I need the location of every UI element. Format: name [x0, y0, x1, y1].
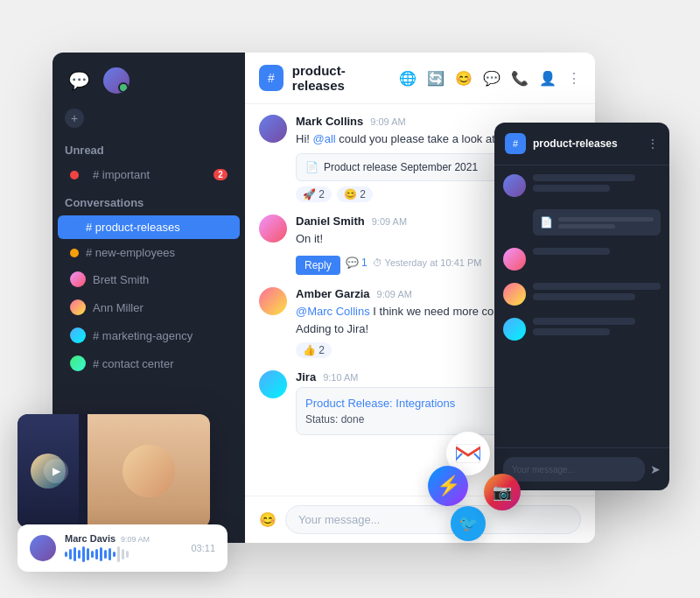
wave-bar	[117, 546, 120, 562]
sidebar-item-brett-smith[interactable]: Brett Smith	[58, 266, 240, 292]
twitter-icon[interactable]: 🐦	[451, 506, 486, 541]
mention: @all	[313, 132, 336, 145]
brett-smith-avatar	[70, 271, 86, 287]
mini-attachment-lines	[558, 217, 654, 229]
reaction-thumbs-up[interactable]: 👍 2	[296, 342, 332, 358]
chat-icon: 💬	[65, 67, 93, 95]
amber-avatar	[259, 287, 287, 315]
important-channel-item[interactable]: # important 2	[58, 163, 240, 186]
wave-bar	[87, 548, 89, 560]
wave-bar	[69, 549, 72, 559]
mini-channel-icon: #	[505, 133, 526, 154]
attachment-name: Product release September 2021	[324, 161, 478, 173]
wave-bar	[78, 550, 80, 559]
mini-message	[503, 248, 661, 271]
video-background: ▶	[18, 414, 210, 528]
mini-window-header: # product-releases ⋮	[494, 123, 669, 165]
chat-bubble-icon[interactable]: 💬	[483, 70, 500, 87]
sidebar-item-marketing-agency[interactable]: # marketing-agency	[58, 322, 240, 348]
contact-center-label: # contact center	[93, 357, 174, 370]
wave-bar	[91, 551, 94, 558]
play-button[interactable]: ▶	[44, 459, 68, 483]
more-icon[interactable]: ⋮	[567, 70, 581, 87]
conversations-section-label: Conversations	[52, 187, 245, 215]
person-add-icon[interactable]: 👤	[539, 70, 556, 87]
audio-sender-avatar	[30, 535, 56, 561]
mini-avatar-1	[503, 174, 526, 197]
input-emoji-icon[interactable]: 😊	[259, 511, 276, 528]
message-author: Daniel Smith	[296, 215, 365, 228]
mini-send-icon[interactable]: ➤	[650, 462, 661, 476]
audio-duration: 03:11	[191, 543, 215, 553]
mini-avatar-4	[503, 318, 526, 341]
svg-rect-0	[456, 444, 480, 463]
globe-icon[interactable]: 🌐	[399, 70, 416, 87]
mini-message	[503, 318, 661, 341]
brett-smith-label: Brett Smith	[93, 273, 149, 286]
marketing-agency-label: # marketing-agency	[93, 329, 192, 342]
mini-line	[533, 293, 635, 300]
instagram-icon[interactable]: 📷	[484, 474, 521, 510]
video-person-right	[88, 414, 210, 528]
mini-message	[503, 283, 661, 306]
message-author: Jira	[296, 370, 316, 383]
phone-icon[interactable]: 📞	[511, 70, 528, 87]
sidebar-item-contact-center[interactable]: # contact center	[58, 350, 240, 376]
chat-title: product-releases	[292, 63, 390, 93]
channel-dot-blue	[70, 223, 79, 232]
audio-info: Marc Davis 9:09 AM	[65, 533, 182, 563]
message-author: Mark Collins	[296, 115, 363, 128]
mini-input-placeholder: Your message...	[512, 465, 575, 475]
mini-window: # product-releases ⋮ 📄	[494, 123, 669, 490]
audio-card: Marc Davis 9:09 AM 03:11	[18, 524, 228, 572]
reaction-rocket[interactable]: 🚀 2	[296, 186, 332, 202]
message-input-area: 😊 Your message...	[245, 496, 595, 543]
avatar-image	[103, 67, 130, 94]
mini-messages-area: 📄	[494, 165, 669, 447]
sidebar-header: 💬	[52, 53, 245, 109]
video-card: ▶	[18, 414, 210, 528]
wave-bar	[95, 549, 98, 559]
mini-line	[533, 283, 661, 290]
sidebar-item-product-releases[interactable]: # product-releases	[58, 215, 240, 239]
video-face-right	[122, 445, 175, 497]
wave-bar	[126, 551, 129, 558]
mini-attachment: 📄	[533, 209, 661, 236]
mini-message-lines	[533, 248, 661, 255]
mention: @Marc Collins	[296, 305, 370, 318]
mini-avatar-2	[503, 248, 526, 271]
reaction-smile[interactable]: 😊 2	[337, 186, 373, 202]
reply-button[interactable]: Reply	[296, 256, 340, 275]
mini-input-area: Your message... ➤	[494, 447, 669, 490]
mini-window-title: product-releases	[533, 137, 640, 150]
mini-line	[533, 248, 610, 255]
chat-header-actions: 🌐 🔄 😊 💬 📞 👤 ⋮	[399, 70, 581, 87]
wave-bar	[122, 549, 124, 559]
wave-bar	[108, 548, 111, 560]
audio-sender-name: Marc Davis	[65, 533, 116, 544]
sidebar-item-ann-miller[interactable]: Ann Miller	[58, 294, 240, 320]
message-time: 9:09 AM	[377, 289, 412, 299]
reply-count: 💬 1	[346, 257, 368, 269]
mini-line	[533, 328, 610, 335]
marketing-agency-avatar	[70, 327, 86, 343]
emoji-icon[interactable]: 😊	[455, 70, 472, 87]
wave-bar	[82, 546, 85, 562]
important-channel-label: # important	[93, 168, 150, 181]
refresh-icon[interactable]: 🔄	[427, 70, 444, 87]
sidebar-item-new-employees[interactable]: # new-employees	[58, 241, 240, 264]
mini-message-lines	[533, 174, 661, 192]
mini-line	[533, 185, 610, 192]
mini-attach-line	[558, 217, 654, 222]
wave-bar	[74, 547, 76, 561]
add-button[interactable]: +	[65, 109, 84, 128]
message-author: Amber Garzia	[296, 287, 370, 300]
message-input[interactable]: Your message...	[285, 505, 581, 534]
chat-channel-icon: #	[259, 65, 284, 91]
mini-more-icon[interactable]: ⋮	[647, 137, 659, 151]
product-releases-label: # product-releases	[86, 221, 180, 234]
mini-line	[533, 318, 635, 325]
user-avatar[interactable]	[103, 67, 130, 94]
messenger-icon[interactable]: ⚡	[428, 466, 468, 506]
mini-message-input[interactable]: Your message...	[503, 457, 645, 482]
